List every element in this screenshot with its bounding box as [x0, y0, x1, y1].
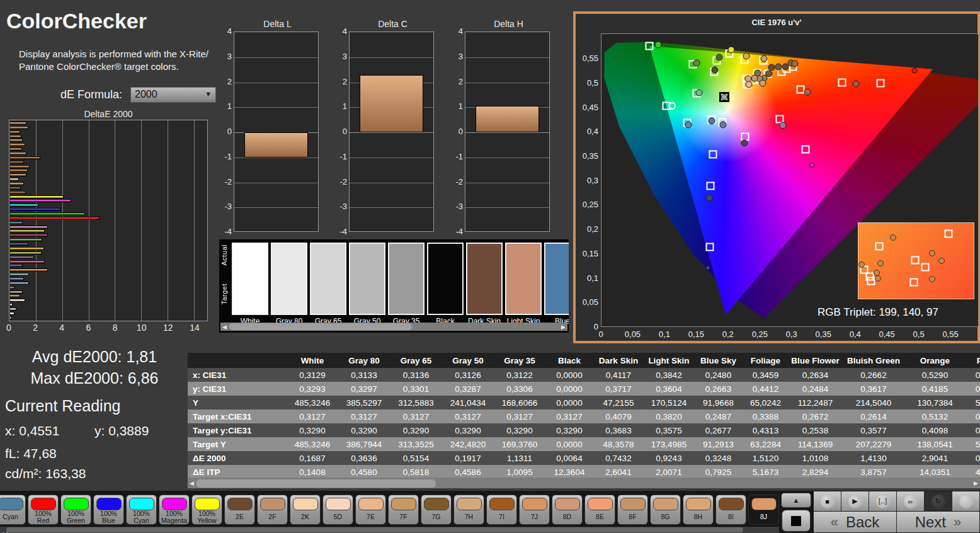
axis-tick-label: 0,1 — [652, 330, 677, 339]
table-cell: 242,4820 — [442, 437, 494, 451]
patch-button-7h[interactable]: 7H — [453, 495, 484, 525]
swatch-scrollbar[interactable]: ◀ ▶ — [220, 323, 567, 331]
patch-button-100-green[interactable]: 100% Green — [60, 495, 91, 525]
patch-label: 7G — [431, 510, 440, 524]
deltae-bar — [10, 126, 28, 129]
next-button[interactable]: Next » — [897, 512, 980, 532]
column-header: Bluish Green — [842, 353, 905, 368]
patch-button-7i[interactable]: 7I — [486, 495, 517, 525]
target-square — [838, 78, 846, 86]
inset-target-square — [911, 256, 919, 264]
patch-button-cyan[interactable]: Cyan — [0, 495, 26, 525]
target-label: Target — [220, 284, 231, 305]
deltae-chart-title: DeltaE 2000 — [9, 109, 208, 119]
measurement-dot — [743, 52, 749, 59]
scrollbar-thumb[interactable] — [229, 323, 412, 330]
table-scrollbar[interactable]: ◀ ▶ — [188, 479, 980, 488]
patch-color — [555, 498, 580, 510]
table-cell: 0,1687 — [287, 451, 338, 465]
scroll-left-icon[interactable]: ◀ — [222, 323, 227, 332]
patch-color — [162, 498, 187, 510]
table-cell: 0,21 — [965, 410, 980, 423]
play-button[interactable]: ▶ — [841, 491, 869, 511]
patch-button-7j[interactable]: 7J — [519, 495, 550, 525]
measurement-dot — [779, 122, 786, 129]
refresh-icon: ↻ — [932, 495, 945, 508]
patch-button-2k[interactable]: 2K — [290, 495, 321, 525]
measurement-dot — [759, 79, 766, 86]
axis-tick-label: 0,55 — [577, 54, 598, 63]
scroll-right-icon[interactable]: ▶ — [561, 323, 566, 332]
range-button[interactable]: [‥] — [869, 491, 897, 511]
patch-button-8e[interactable]: 8E — [584, 495, 615, 525]
back-button[interactable]: « Back — [814, 512, 897, 532]
table-cell: 0,3290 — [442, 423, 494, 437]
patch-button-100-magenta[interactable]: 100% Magenta — [159, 495, 190, 525]
patch-button-100-yellow[interactable]: 100% Yellow — [191, 495, 222, 525]
description-text: Display analysis is performed with the X… — [19, 48, 227, 73]
table-cell: 0,0000 — [545, 382, 593, 396]
patch-button-8h[interactable]: 8H — [683, 495, 714, 525]
patch-button-100-red[interactable]: 100% Red — [28, 495, 59, 525]
table-cell: 0,0000 — [545, 437, 593, 451]
patch-color — [424, 498, 449, 510]
table-cell: 0,2663 — [694, 382, 743, 396]
scroll-up-button[interactable]: ▲ — [781, 493, 811, 508]
axis-tick-label: 0,4 — [843, 330, 868, 339]
column-header: Dark Skin — [593, 353, 644, 368]
axis-tick-label: 0,55 — [938, 330, 963, 339]
axis-tick-label: 6 — [86, 323, 91, 333]
table-row: y: CIE310,32930,32970,33010,32870,33060,… — [188, 382, 980, 396]
de-formula-dropdown[interactable]: 2000 ▼ — [130, 87, 216, 103]
patch-color — [227, 498, 253, 510]
loop-button[interactable]: ∞ — [897, 491, 925, 511]
axis-tick-label: -1 — [217, 152, 232, 161]
table-row: x: CIE310,31290,31330,31360,31260,31220,… — [188, 368, 980, 382]
patch-button-8i[interactable]: 8I — [715, 495, 746, 525]
swatch: Dark Skin — [466, 243, 503, 326]
column-header: Black — [545, 353, 593, 368]
target-square — [705, 243, 714, 251]
deltae-bar — [10, 161, 24, 164]
inset-target-square — [875, 243, 883, 251]
scroll-left-icon[interactable]: ◀ — [190, 479, 194, 488]
patch-button-5d[interactable]: 5D — [322, 495, 353, 525]
patch-button-100-blue[interactable]: 100% Blue — [93, 495, 124, 525]
patch-button-7g[interactable]: 7G — [421, 495, 452, 525]
scroll-right-icon[interactable]: ▶ — [974, 479, 978, 488]
patch-label: 100% Magenta — [161, 510, 187, 524]
patch-button-7f[interactable]: 7F — [388, 495, 419, 525]
play-icon: ▶ — [848, 495, 862, 508]
table-cell: 0,2672 — [789, 410, 842, 423]
patch-label: 2K — [301, 510, 309, 524]
patch-button-8g[interactable]: 8G — [650, 495, 681, 525]
axis-tick-label: 0,1 — [577, 273, 598, 283]
table-cell: 0,18 — [965, 423, 980, 437]
patch-label: 100% Cyan — [133, 510, 150, 524]
scrollbar-thumb[interactable] — [197, 479, 436, 488]
table-cell: 0,3842 — [644, 368, 694, 382]
axis-tick-label: 0,25 — [747, 330, 772, 339]
patch-color — [686, 498, 711, 510]
blank-button[interactable] — [952, 491, 980, 511]
deltae-bar — [10, 186, 21, 190]
patch-button-100-cyan[interactable]: 100% Cyan — [126, 495, 157, 525]
table-cell: 0,3293 — [287, 382, 338, 396]
gridline — [234, 83, 318, 83]
patch-button-8j[interactable]: 8J — [748, 495, 779, 525]
patch-scrollbar[interactable]: ◀ ▶ — [0, 527, 779, 533]
stop-button[interactable]: ■ — [814, 491, 841, 511]
patch-color — [129, 498, 154, 510]
refresh-button[interactable]: ↻ — [925, 491, 952, 511]
axis-tick-label: 4 — [59, 323, 64, 333]
axis-tick-label: 8 — [113, 323, 118, 333]
patch-button-2f[interactable]: 2F — [257, 495, 288, 525]
deltae-bar — [10, 260, 45, 263]
patch-button-7e[interactable]: 7E — [355, 495, 386, 525]
deltae-bar — [10, 277, 24, 280]
patch-button-2e[interactable]: 2E — [224, 495, 255, 525]
table-cell: 1,4130 — [842, 451, 905, 465]
patch-button-8d[interactable]: 8D — [552, 495, 583, 525]
stop-pattern-button[interactable] — [781, 509, 811, 532]
patch-button-8f[interactable]: 8F — [617, 495, 648, 525]
